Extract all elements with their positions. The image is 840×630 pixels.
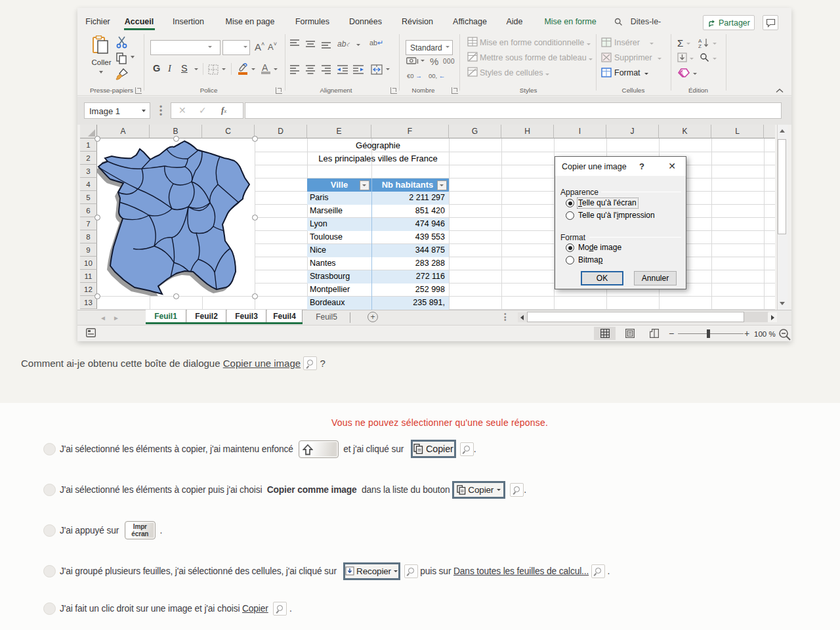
- svg-text:Z: Z: [698, 43, 702, 49]
